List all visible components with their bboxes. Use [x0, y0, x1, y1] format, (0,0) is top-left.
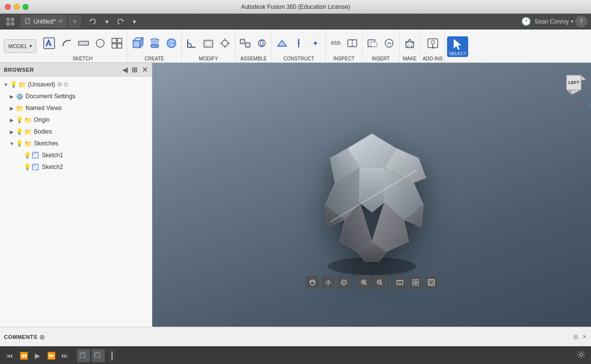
undo-dropdown-button[interactable]: ▾	[100, 15, 113, 28]
select-icons: SELECT	[447, 31, 468, 61]
tree-item-root[interactable]: ▼ 💡 📁 (Unsaved) ⚙ ⊙	[0, 79, 152, 90]
addins-scripts-button[interactable]	[424, 36, 441, 51]
root-show-icon[interactable]: ⊙	[63, 81, 68, 88]
create-cylinder-button[interactable]	[147, 36, 163, 50]
app-menu-button[interactable]	[4, 15, 17, 28]
construct-plane-button[interactable]	[274, 36, 290, 50]
svg-marker-88	[330, 281, 331, 283]
tree-item-sketches[interactable]: ▼ 💡 📁 Sketches	[0, 138, 152, 149]
svg-point-83	[310, 280, 315, 285]
make-label: MAKE	[403, 56, 417, 61]
select-button[interactable]: SELECT	[447, 36, 468, 57]
timeline-prev-button[interactable]: ⏪	[18, 350, 29, 362]
sketch-create-button[interactable]	[40, 35, 58, 51]
zoom-in-button[interactable]	[357, 276, 371, 289]
modify-fillet-button[interactable]	[184, 36, 199, 50]
settings-icon: ⚙️	[16, 93, 24, 100]
make-3dprint-button[interactable]	[401, 36, 418, 51]
timeline-item-sketch-tools-2[interactable]	[91, 349, 105, 363]
modify-scale-button[interactable]	[217, 36, 233, 50]
tree-item-origin[interactable]: ▶ 💡 📁 Origin	[0, 114, 152, 126]
user-dropdown-icon: ▾	[571, 19, 573, 24]
close-button[interactable]	[5, 4, 11, 10]
sketch-circle-button[interactable]	[92, 36, 108, 50]
tree-item-sketch2[interactable]: 💡 Sketch2	[0, 161, 152, 173]
model-dropdown[interactable]: MODEL ▾	[4, 39, 36, 53]
browser-toggle-icon[interactable]: ◀	[122, 66, 128, 74]
tree-item-doc-settings[interactable]: ▶ ⚙️ Document Settings	[0, 90, 152, 102]
inspect-measure-button[interactable]	[328, 36, 343, 50]
undo-button[interactable]	[86, 15, 99, 28]
create-sphere-button[interactable]	[164, 36, 179, 50]
timeline-marker[interactable]	[109, 350, 115, 362]
bulb-icon-sketch2[interactable]: 💡	[24, 164, 31, 170]
bulb-icon-bodies[interactable]: 💡	[16, 128, 23, 135]
browser-expand-icon[interactable]: ⊞	[132, 66, 138, 74]
sketch-line-button[interactable]	[76, 36, 91, 50]
sketch-section: SKETCH	[38, 29, 127, 62]
svg-rect-102	[416, 280, 419, 282]
timeline-end-button[interactable]: ⏭	[59, 350, 71, 362]
tree-item-named-views[interactable]: ▶ 📁 Named Views	[0, 102, 152, 114]
construct-axis-button[interactable]	[291, 36, 307, 50]
bulb-icon-root[interactable]: 💡	[10, 81, 17, 88]
svg-rect-1	[11, 18, 14, 21]
sketch-grid-button[interactable]	[109, 36, 125, 50]
pan-button[interactable]	[321, 276, 335, 289]
minimize-button[interactable]	[14, 4, 20, 10]
modify-label: MODIFY	[199, 56, 218, 61]
grid-button[interactable]	[409, 276, 422, 289]
sketch-arc-button[interactable]	[59, 36, 75, 50]
assemble-joint-button[interactable]	[237, 36, 253, 50]
tree-item-bodies[interactable]: ▶ 💡 📁 Bodies	[0, 126, 152, 138]
timeline-start-button[interactable]: ⏮	[4, 350, 16, 362]
select-label: SELECT	[449, 51, 466, 56]
svg-rect-11	[117, 38, 122, 43]
document-icon	[25, 18, 31, 25]
redo-button[interactable]	[114, 15, 127, 28]
viewport[interactable]: LEFT Z	[152, 63, 591, 327]
svg-text:LEFT: LEFT	[568, 80, 580, 85]
help-button[interactable]: ?	[575, 16, 587, 28]
look-at-button[interactable]	[373, 276, 387, 289]
sidebar: BROWSER ◀ ⊞ ✕ ▼ 💡 📁 (Unsaved) ⚙ ⊙ ▶ ⚙️ D	[0, 63, 152, 327]
zoom-orbit-button[interactable]	[337, 276, 351, 289]
bulb-icon-sketch1[interactable]: 💡	[24, 152, 31, 159]
root-settings-icon[interactable]: ⚙	[57, 81, 62, 88]
tab-close-button[interactable]: ✕	[58, 18, 63, 25]
comments-label: COMMENTS	[4, 334, 37, 340]
insert-canvas-button[interactable]	[365, 36, 380, 50]
sidebar-resize-icon[interactable]: ⊞	[573, 334, 578, 340]
browser-close-icon[interactable]: ✕	[142, 66, 148, 74]
history-button[interactable]: 🕐	[520, 15, 533, 28]
main-content: BROWSER ◀ ⊞ ✕ ▼ 💡 📁 (Unsaved) ⚙ ⊙ ▶ ⚙️ D	[0, 63, 591, 327]
canvas-settings-button[interactable]	[424, 276, 438, 289]
inspect-section-button[interactable]	[344, 36, 360, 50]
timeline-sketch-icon-1	[80, 352, 87, 360]
modify-shell-button[interactable]	[200, 36, 216, 50]
display-mode-button[interactable]	[393, 276, 407, 289]
svg-rect-105	[428, 280, 434, 285]
bulb-icon-origin[interactable]: 💡	[16, 116, 23, 123]
tree-item-sketch1[interactable]: 💡 Sketch1	[0, 149, 152, 161]
user-menu[interactable]: Sean Conroy ▾	[535, 18, 573, 25]
assemble-motion-button[interactable]	[254, 36, 270, 50]
timeline-play-button[interactable]: ▶	[31, 350, 43, 362]
timeline-item-sketch-tools-1[interactable]	[77, 349, 90, 363]
redo-dropdown-button[interactable]: ▾	[128, 15, 141, 28]
new-tab-button[interactable]: +	[69, 16, 81, 28]
orbit-button[interactable]	[306, 276, 319, 289]
titlebar: Autodesk Fusion 360 (Education License)	[0, 0, 591, 14]
bulb-icon-sketches[interactable]: 💡	[16, 140, 23, 147]
comments-add-icon[interactable]: ⊕	[39, 333, 45, 341]
comments-close-icon[interactable]: ✕	[582, 334, 587, 340]
tree-label-named-views: Named Views	[26, 105, 62, 112]
timeline-next-button[interactable]: ⏩	[45, 350, 57, 362]
insert-decal-button[interactable]	[381, 36, 397, 50]
sketch-item-icon-sketch1	[32, 151, 40, 159]
viewcube[interactable]: LEFT Z	[557, 68, 586, 107]
timeline-settings-button[interactable]	[575, 350, 587, 362]
maximize-button[interactable]	[23, 4, 28, 10]
construct-point-button[interactable]	[308, 36, 323, 50]
create-box-button[interactable]	[129, 36, 146, 51]
